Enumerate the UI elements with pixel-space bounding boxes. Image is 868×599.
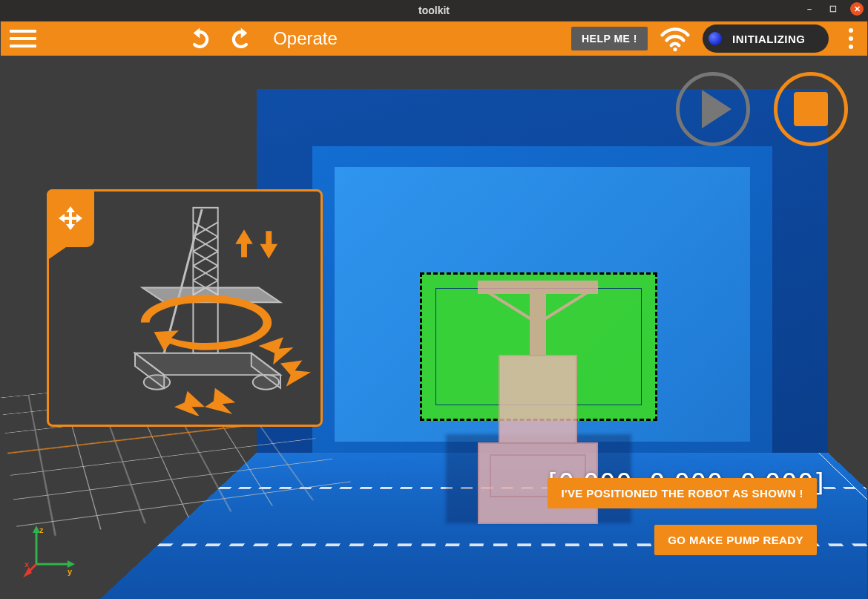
more-menu-icon[interactable] xyxy=(845,25,857,52)
svg-text:y: y xyxy=(68,567,73,576)
svg-text:x: x xyxy=(24,560,30,569)
wifi-icon[interactable] xyxy=(660,25,691,52)
svg-line-4 xyxy=(10,439,315,476)
app-frame: Operate HELP ME ! INITIALIZING xyxy=(0,21,868,599)
svg-point-0 xyxy=(673,47,677,50)
redo-button[interactable] xyxy=(226,24,262,54)
main-toolbar: Operate HELP ME ! INITIALIZING xyxy=(1,22,867,56)
stop-icon xyxy=(794,92,828,126)
help-button[interactable]: HELP ME ! xyxy=(571,27,648,50)
svg-point-28 xyxy=(253,375,279,390)
window-title: toolkit xyxy=(0,4,868,16)
svg-point-27 xyxy=(144,375,170,390)
confirm-position-button[interactable]: I'VE POSITIONED THE ROBOT AS SHOWN ! xyxy=(548,478,817,508)
pump-ready-button[interactable]: GO MAKE PUMP READY xyxy=(654,525,817,555)
play-button[interactable] xyxy=(676,72,750,146)
axis-gizmo: z y x xyxy=(23,524,76,577)
stop-button[interactable] xyxy=(774,72,848,146)
status-pill: INITIALIZING xyxy=(703,24,829,53)
robot-diagram xyxy=(104,200,312,416)
minimize-button[interactable]: – xyxy=(803,2,816,16)
svg-text:z: z xyxy=(39,526,44,534)
play-icon xyxy=(702,90,731,128)
undo-button[interactable] xyxy=(179,24,214,54)
close-window-button[interactable]: ✕ xyxy=(850,2,864,16)
status-text: INITIALIZING xyxy=(732,33,806,45)
manual-controls-panel xyxy=(47,189,323,427)
page-title: Operate xyxy=(47,28,564,49)
viewport[interactable]: [0.000, 0.000, 0.000] I'VE POSITIONED TH… xyxy=(1,56,867,599)
move-arrows-icon xyxy=(57,205,84,232)
status-dot-icon xyxy=(708,32,722,45)
os-titlebar: toolkit – ☐ ✕ xyxy=(0,0,868,21)
svg-line-5 xyxy=(13,459,332,500)
hamburger-menu-icon[interactable] xyxy=(10,25,39,52)
maximize-button[interactable]: ☐ xyxy=(826,2,840,16)
move-mode-tab[interactable] xyxy=(47,189,94,247)
